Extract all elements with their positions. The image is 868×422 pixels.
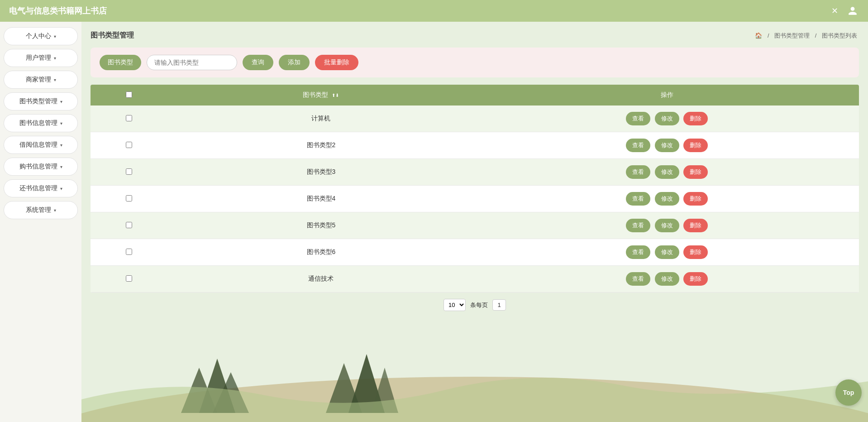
table-row: 通信技术 查看 修改 删除: [91, 266, 859, 293]
sidebar-item-sys-mgmt[interactable]: 系统管理 ▾: [4, 201, 78, 219]
sidebar-item-borrow-info-mgmt[interactable]: 借阅信息管理 ▾: [4, 136, 78, 154]
view-button[interactable]: 查看: [626, 219, 650, 232]
table-row: 计算机 查看 修改 删除: [91, 106, 859, 132]
breadcrumb-home: 🏠: [755, 32, 762, 39]
per-page-label: 条每页: [470, 301, 488, 309]
row-checkbox[interactable]: [126, 275, 132, 282]
filter-label: 图书类型: [100, 55, 141, 70]
row-checkbox[interactable]: [126, 115, 132, 121]
row-checkbox-cell: [91, 266, 167, 293]
delete-button[interactable]: 删除: [683, 245, 708, 259]
sidebar-item-purchase-info-mgmt[interactable]: 购书信息管理 ▾: [4, 158, 78, 176]
row-checkbox-cell: [91, 212, 167, 239]
row-checkbox-cell: [91, 186, 167, 212]
chevron-down-icon: ▾: [54, 77, 56, 82]
page-title: 图书类型管理: [91, 31, 134, 40]
user-icon[interactable]: [846, 5, 859, 17]
select-all-checkbox[interactable]: [126, 91, 132, 98]
chevron-down-icon: ▾: [60, 121, 62, 126]
breadcrumb: 🏠 / 图书类型管理 / 图书类型列表: [753, 32, 859, 40]
view-button[interactable]: 查看: [626, 272, 650, 286]
row-operations: 查看 修改 删除: [475, 266, 859, 293]
sidebar-label-personal: 个人中心: [26, 32, 51, 40]
row-checkbox-cell: [91, 132, 167, 159]
edit-button[interactable]: 修改: [655, 272, 679, 286]
table-body: 计算机 查看 修改 删除 图书类型2 查看 修改 删除 图书类型3 查看: [91, 106, 859, 293]
batch-delete-button[interactable]: 批量删除: [315, 55, 358, 70]
header-checkbox-cell: [91, 85, 167, 106]
book-type-table: 图书类型 ⬆⬇ 操作 计算机 查看 修改 删除: [91, 85, 859, 293]
header-icons: ✕: [828, 5, 859, 17]
sidebar-item-book-info-mgmt[interactable]: 图书信息管理 ▾: [4, 114, 78, 132]
edit-button[interactable]: 修改: [655, 192, 679, 206]
edit-button[interactable]: 修改: [655, 112, 679, 125]
row-operations: 查看 修改 删除: [475, 239, 859, 266]
table-row: 图书类型6 查看 修改 删除: [91, 239, 859, 266]
chevron-down-icon: ▾: [60, 164, 62, 169]
top-button[interactable]: Top: [835, 379, 862, 406]
view-button[interactable]: 查看: [626, 245, 650, 259]
page-size-select[interactable]: 102050: [444, 299, 466, 311]
chevron-down-icon: ▾: [60, 99, 62, 104]
row-operations: 查看 修改 删除: [475, 186, 859, 212]
sidebar-label-sys-mgmt: 系统管理: [26, 206, 51, 214]
current-page: 1: [492, 299, 506, 311]
table-row: 图书类型3 查看 修改 删除: [91, 159, 859, 186]
chevron-down-icon: ▾: [54, 56, 56, 61]
edit-button[interactable]: 修改: [655, 165, 679, 179]
view-button[interactable]: 查看: [626, 165, 650, 179]
table-row: 图书类型2 查看 修改 删除: [91, 132, 859, 159]
sidebar-item-user-mgmt[interactable]: 用户管理 ▾: [4, 49, 78, 67]
row-type: 图书类型2: [167, 132, 475, 159]
sidebar-item-merchant-mgmt[interactable]: 商家管理 ▾: [4, 71, 78, 89]
delete-button[interactable]: 删除: [683, 192, 708, 206]
row-checkbox[interactable]: [126, 249, 132, 255]
table-row: 图书类型5 查看 修改 删除: [91, 212, 859, 239]
row-checkbox[interactable]: [126, 195, 132, 201]
row-operations: 查看 修改 删除: [475, 159, 859, 186]
edit-button[interactable]: 修改: [655, 219, 679, 232]
delete-button[interactable]: 删除: [683, 139, 708, 152]
edit-button[interactable]: 修改: [655, 139, 679, 152]
delete-button[interactable]: 删除: [683, 272, 708, 286]
pagination-bar: 102050 条每页 1: [91, 299, 859, 311]
delete-button[interactable]: 删除: [683, 165, 708, 179]
chevron-down-icon: ▾: [54, 34, 56, 39]
sidebar-label-purchase-info-mgmt: 购书信息管理: [19, 163, 57, 171]
header-operation: 操作: [475, 85, 859, 106]
row-checkbox-cell: [91, 159, 167, 186]
breadcrumb-sep2: /: [815, 32, 817, 39]
sidebar-item-return-info-mgmt[interactable]: 还书信息管理 ▾: [4, 179, 78, 197]
sidebar-label-borrow-info-mgmt: 借阅信息管理: [19, 141, 57, 149]
sidebar-label-book-type-mgmt: 图书类型管理: [19, 97, 57, 106]
view-button[interactable]: 查看: [626, 112, 650, 125]
sidebar-item-personal[interactable]: 个人中心 ▾: [4, 27, 78, 45]
row-type: 通信技术: [167, 266, 475, 293]
edit-button[interactable]: 修改: [655, 245, 679, 259]
query-button[interactable]: 查询: [243, 55, 273, 70]
row-type: 计算机: [167, 106, 475, 132]
view-button[interactable]: 查看: [626, 139, 650, 152]
delete-button[interactable]: 删除: [683, 219, 708, 232]
row-type: 图书类型5: [167, 212, 475, 239]
site-title: 电气与信息类书籍网上书店: [9, 5, 107, 16]
row-checkbox-cell: [91, 239, 167, 266]
row-checkbox[interactable]: [126, 142, 132, 148]
search-input[interactable]: [147, 55, 237, 70]
row-checkbox[interactable]: [126, 222, 132, 228]
top-bar: 图书类型管理 🏠 / 图书类型管理 / 图书类型列表: [91, 31, 859, 40]
add-button[interactable]: 添加: [279, 55, 310, 70]
delete-button[interactable]: 删除: [683, 112, 708, 125]
header-type: 图书类型 ⬆⬇: [167, 85, 475, 106]
main-content: 图书类型管理 🏠 / 图书类型管理 / 图书类型列表 图书类型 查询 添加 批量…: [81, 22, 868, 422]
view-button[interactable]: 查看: [626, 192, 650, 206]
sidebar-item-book-type-mgmt[interactable]: 图书类型管理 ▾: [4, 92, 78, 110]
layout: 个人中心 ▾ 用户管理 ▾ 商家管理 ▾ 图书类型管理 ▾ 图书信息管理 ▾ 借…: [0, 22, 868, 422]
row-checkbox[interactable]: [126, 168, 132, 175]
row-type: 图书类型6: [167, 239, 475, 266]
close-icon[interactable]: ✕: [828, 5, 841, 17]
sidebar-label-user-mgmt: 用户管理: [26, 54, 51, 62]
chevron-down-icon: ▾: [60, 186, 62, 191]
row-type: 图书类型3: [167, 159, 475, 186]
row-operations: 查看 修改 删除: [475, 106, 859, 132]
